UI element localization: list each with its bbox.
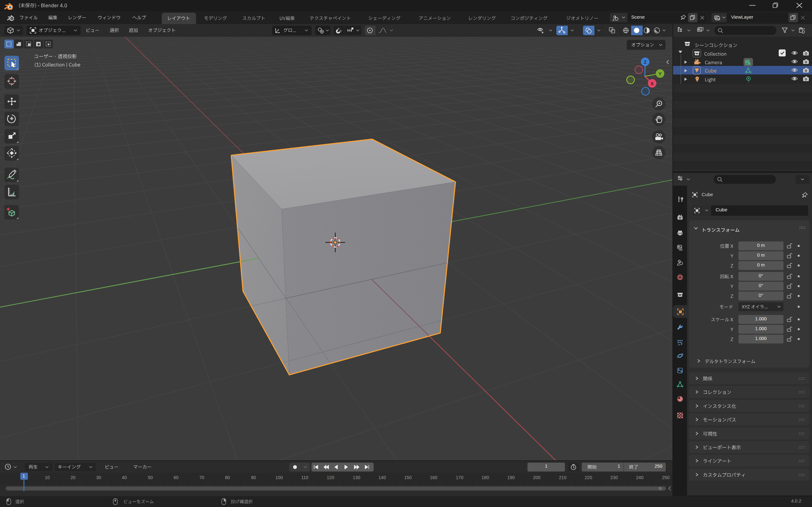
svg-text:Z: Z: [644, 59, 647, 65]
svg-text:Y: Y: [658, 71, 662, 76]
svg-text:X: X: [651, 81, 654, 86]
